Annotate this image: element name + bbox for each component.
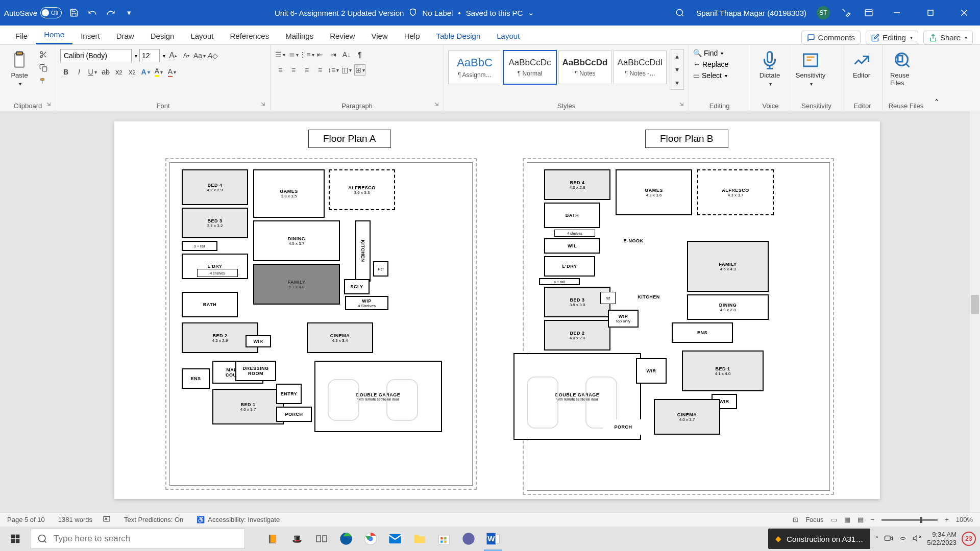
- cut-icon[interactable]: [38, 49, 49, 60]
- focus-icon[interactable]: ⊡: [793, 516, 798, 523]
- book-app-icon[interactable]: 📙: [260, 527, 285, 551]
- font-dropdown-icon[interactable]: ▾: [135, 53, 137, 59]
- zoom-slider[interactable]: [881, 519, 938, 521]
- copy-icon[interactable]: [38, 62, 49, 73]
- align-right-icon[interactable]: ≡: [301, 64, 312, 76]
- accessibility-icon[interactable]: ♿: [197, 516, 205, 523]
- italic-icon[interactable]: I: [74, 66, 85, 78]
- editor-button[interactable]: Editor: [846, 49, 877, 81]
- tab-table-layout[interactable]: Layout: [488, 28, 528, 44]
- styles-scroll-down-icon[interactable]: ▾: [671, 64, 682, 75]
- styles-scroll-up-icon[interactable]: ▴: [671, 51, 682, 62]
- borders-icon[interactable]: ⊞▾: [354, 64, 365, 76]
- style-item[interactable]: AaBbCcDd¶ Notes: [558, 51, 611, 84]
- font-size-dropdown-icon[interactable]: ▾: [163, 53, 165, 59]
- file-explorer-icon[interactable]: [407, 527, 432, 551]
- line-spacing-icon[interactable]: ↕≡▾: [328, 64, 339, 76]
- document-area[interactable]: Floor Plan A Floor Plan B BED 44.2 x 2.9…: [0, 111, 980, 515]
- zoom-in-icon[interactable]: +: [945, 516, 949, 523]
- collapse-ribbon-icon[interactable]: ˄: [935, 98, 939, 108]
- find-button[interactable]: 🔍 Find▾: [693, 49, 728, 57]
- minimize-button[interactable]: [885, 0, 909, 26]
- multilevel-list-icon[interactable]: ⋮≡▾: [301, 49, 312, 60]
- focus-button[interactable]: Focus: [805, 516, 823, 523]
- tab-view[interactable]: View: [363, 28, 396, 44]
- edge-icon[interactable]: [334, 527, 358, 551]
- task-view-icon[interactable]: [309, 527, 334, 551]
- tab-design[interactable]: Design: [142, 28, 183, 44]
- format-painter-icon[interactable]: [38, 76, 49, 87]
- print-layout-icon[interactable]: ▦: [844, 516, 850, 523]
- superscript-icon[interactable]: x2: [127, 66, 138, 78]
- hat-app-icon[interactable]: 🎩: [285, 527, 309, 551]
- close-button[interactable]: [952, 0, 976, 26]
- styles-expand-icon[interactable]: ▾: [671, 77, 682, 88]
- pen-mode-icon[interactable]: [840, 7, 852, 19]
- chevron-down-icon[interactable]: ⌄: [528, 8, 534, 17]
- zoom-level[interactable]: 100%: [956, 516, 973, 523]
- highlight-icon[interactable]: A▾: [153, 66, 164, 78]
- wifi-icon[interactable]: [898, 534, 908, 544]
- shading-icon[interactable]: ◫▾: [341, 64, 352, 76]
- clipboard-launcher-icon[interactable]: ⇲: [46, 102, 54, 109]
- decrease-indent-icon[interactable]: ⇤: [314, 49, 326, 60]
- maximize-button[interactable]: [919, 0, 942, 26]
- replace-button[interactable]: ↔ Replace: [693, 60, 728, 68]
- zoom-out-icon[interactable]: −: [871, 516, 875, 523]
- font-size-input[interactable]: [139, 49, 160, 62]
- strikethrough-icon[interactable]: ab: [100, 66, 111, 78]
- subscript-icon[interactable]: x2: [113, 66, 125, 78]
- mail-icon[interactable]: [383, 527, 407, 551]
- start-button[interactable]: [0, 527, 31, 551]
- web-layout-icon[interactable]: ▤: [857, 516, 864, 523]
- tray-chevron-icon[interactable]: ˄: [875, 535, 879, 543]
- share-button[interactable]: Share▾: [923, 31, 973, 44]
- search-icon[interactable]: [674, 7, 686, 19]
- sensitivity-label[interactable]: No Label: [422, 9, 453, 17]
- increase-font-icon[interactable]: A▴: [167, 50, 179, 61]
- news-widget[interactable]: ◆Construction on A31…: [768, 529, 870, 549]
- select-button[interactable]: ▭ Select▾: [693, 71, 728, 80]
- tab-insert[interactable]: Insert: [72, 28, 108, 44]
- tab-review[interactable]: Review: [322, 28, 363, 44]
- ribbon-display-icon[interactable]: [863, 7, 875, 19]
- read-mode-icon[interactable]: ▭: [831, 516, 837, 523]
- tab-help[interactable]: Help: [396, 28, 428, 44]
- accessibility-status[interactable]: Accessibility: Investigate: [208, 516, 280, 523]
- save-status[interactable]: Saved to this PC: [466, 9, 523, 17]
- redo-icon[interactable]: [105, 7, 117, 19]
- meet-now-icon[interactable]: [884, 534, 893, 544]
- text-effects-icon[interactable]: A▾: [140, 66, 151, 78]
- tab-layout[interactable]: Layout: [182, 28, 222, 44]
- vertical-scrollbar[interactable]: [970, 111, 980, 515]
- spell-check-icon[interactable]: [103, 515, 111, 524]
- word-count[interactable]: 1381 words: [58, 516, 92, 523]
- style-item[interactable]: AaBbC¶ Assignm…: [448, 51, 501, 84]
- bullets-icon[interactable]: ☰▾: [275, 49, 286, 60]
- taskbar-search[interactable]: Type here to search: [31, 529, 245, 549]
- style-item[interactable]: AaBbCcDc¶ Normal: [503, 51, 556, 84]
- sort-icon[interactable]: A↓: [341, 49, 352, 60]
- text-predictions[interactable]: Text Predictions: On: [124, 516, 183, 523]
- notification-badge[interactable]: 23: [962, 532, 976, 546]
- styles-launcher-icon[interactable]: ⇲: [679, 102, 687, 109]
- styles-gallery[interactable]: AaBbC¶ Assignm… AaBbCcDc¶ Normal AaBbCcD…: [448, 49, 667, 86]
- chrome-icon[interactable]: [358, 527, 383, 551]
- font-name-input[interactable]: [60, 49, 132, 62]
- tab-mailings[interactable]: Mailings: [277, 28, 322, 44]
- reuse-files-button[interactable]: Reuse Files: [887, 49, 918, 89]
- autosave-toggle[interactable]: AutoSave Off: [4, 7, 62, 18]
- show-marks-icon[interactable]: ¶: [354, 49, 365, 60]
- store-icon[interactable]: [432, 527, 456, 551]
- copilot-icon[interactable]: [456, 527, 481, 551]
- font-color-icon[interactable]: A▾: [166, 66, 178, 78]
- increase-indent-icon[interactable]: ⇥: [328, 49, 339, 60]
- clock[interactable]: 9:34 AM5/22/2023: [927, 531, 957, 546]
- sensitivity-button[interactable]: Sensitivity▾: [795, 49, 826, 89]
- comments-button[interactable]: Comments: [801, 31, 861, 44]
- word-icon[interactable]: W: [481, 527, 505, 551]
- bold-icon[interactable]: B: [60, 66, 71, 78]
- justify-icon[interactable]: ≡: [314, 64, 326, 76]
- user-name[interactable]: Spanil Thapa Magar (40198303): [696, 9, 806, 17]
- underline-icon[interactable]: U▾: [87, 66, 98, 78]
